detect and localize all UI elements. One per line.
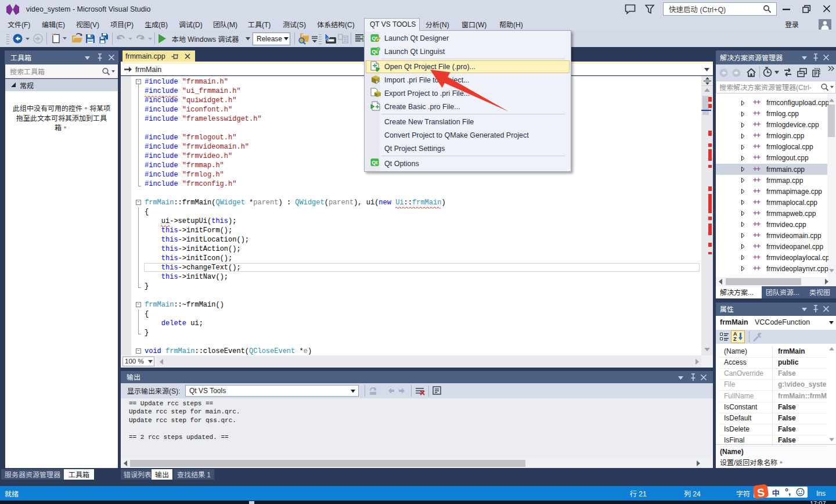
svg-text:Qt: Qt (372, 160, 378, 165)
